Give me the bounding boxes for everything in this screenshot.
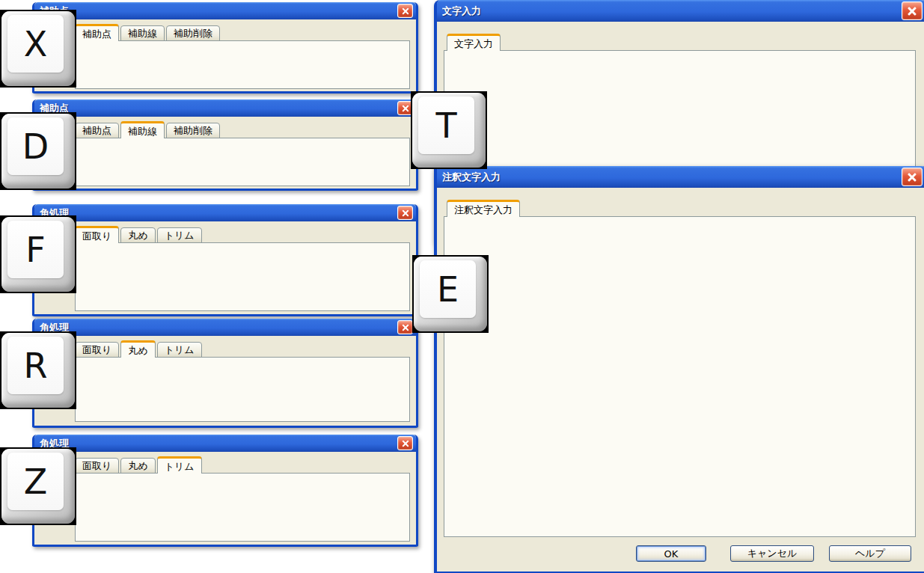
key-d: D <box>0 112 76 190</box>
key-letter: F <box>7 221 64 278</box>
dialog-corner-trim: 角処理 面取り 丸め トリム 結合 <box>32 435 418 547</box>
keycap: X <box>1 11 75 86</box>
tab-round[interactable]: 丸め <box>120 340 155 358</box>
tab-aux-line[interactable]: 補助線 <box>120 121 165 138</box>
titlebar[interactable]: 角処理 <box>34 204 416 221</box>
tab-text-input[interactable]: 文字入力 <box>447 34 501 51</box>
key-t: T <box>411 91 487 169</box>
window-title: 注釈文字入力 <box>442 171 902 184</box>
tab-trim[interactable]: トリム <box>157 342 202 358</box>
key-e: E <box>412 255 489 333</box>
button-label: キャンセル <box>747 547 798 560</box>
window-title: 角処理 <box>40 437 397 450</box>
tab-note-text-input[interactable]: 注釈文字入力 <box>447 200 520 217</box>
window-title: 補助点 <box>40 102 397 115</box>
keycap: F <box>1 217 75 292</box>
window-title: 補助点 <box>40 4 397 18</box>
tab-aux-line[interactable]: 補助線 <box>120 25 165 41</box>
close-button[interactable] <box>902 1 923 20</box>
titlebar[interactable]: 補助点 <box>34 99 416 117</box>
titlebar[interactable]: 注釈文字入力 <box>437 166 924 188</box>
close-button[interactable] <box>397 4 413 18</box>
tab-round[interactable]: 丸め <box>120 227 155 243</box>
key-letter: D <box>7 117 64 175</box>
titlebar[interactable]: 角処理 <box>34 319 416 336</box>
button-label: OK <box>664 548 679 560</box>
tab-page <box>75 242 410 311</box>
window-title: 文字入力 <box>442 4 902 18</box>
key-letter: R <box>7 337 64 394</box>
tab-aux-point[interactable]: 補助点 <box>75 123 119 138</box>
dialog-note-text-input: 注釈文字入力 注釈文字入力 入力 名称: 名称 規格1: 規格1 <box>434 166 924 573</box>
titlebar[interactable]: 補助点 <box>34 2 416 19</box>
ok-button[interactable]: OK <box>636 545 706 562</box>
titlebar[interactable]: 文字入力 <box>437 0 924 22</box>
dialog-corner-round: 角処理 面取り 丸め トリム トリミング 結合 丸め半径 150 <box>32 319 418 428</box>
key-f: F <box>0 215 76 293</box>
close-button[interactable] <box>397 320 413 334</box>
key-letter: E <box>420 260 476 318</box>
cancel-button[interactable]: キャンセル <box>730 545 814 562</box>
tab-page <box>75 357 410 422</box>
window-title: 角処理 <box>40 321 397 334</box>
close-button[interactable] <box>902 168 923 186</box>
tab-page <box>75 138 410 186</box>
tab-aux-delete[interactable]: 補助削除 <box>166 123 220 138</box>
keycap: E <box>414 257 487 331</box>
keycap: R <box>1 333 75 408</box>
tab-trim[interactable]: トリム <box>157 227 202 243</box>
tab-chamfer[interactable]: 面取り <box>75 226 119 243</box>
keycap: D <box>1 114 75 189</box>
key-letter: X <box>7 15 64 73</box>
dialog-aux-point: 補助点 補助点 補助線 補助削除 自由点 分割点 距離 分割数 2 距離① 10… <box>32 2 418 94</box>
key-z: Z <box>0 447 76 525</box>
screenshot-stage: 補助点 補助点 補助線 補助削除 自由点 分割点 距離 分割数 2 距離① 10… <box>0 0 924 573</box>
tab-trim[interactable]: トリム <box>157 456 202 474</box>
dialog-aux-line: 補助点 補助点 補助線 補助削除 自由 水平 垂直 角度 間隔 <box>32 99 418 191</box>
close-button[interactable] <box>397 206 413 220</box>
tab-aux-point[interactable]: 補助点 <box>75 24 119 41</box>
window-title: 角処理 <box>40 206 397 220</box>
tab-aux-delete[interactable]: 補助削除 <box>166 25 220 41</box>
tab-chamfer[interactable]: 面取り <box>75 458 119 474</box>
keycap: Z <box>1 449 75 524</box>
tab-round[interactable]: 丸め <box>120 458 155 474</box>
close-button[interactable] <box>397 436 413 450</box>
key-letter: T <box>418 96 474 154</box>
dialog-corner-chamfer: 角処理 面取り 丸め トリム 幅指定 長さ指定 トリミング 結合 幅1 150 <box>32 204 418 316</box>
tab-page <box>75 40 410 89</box>
key-letter: Z <box>7 453 64 510</box>
titlebar[interactable]: 角処理 <box>34 435 416 452</box>
key-r: R <box>0 331 76 409</box>
tab-page <box>444 216 916 537</box>
help-button[interactable]: ヘルプ <box>829 545 911 562</box>
key-x: X <box>0 10 76 88</box>
tab-page <box>75 473 410 542</box>
tab-chamfer[interactable]: 面取り <box>75 342 119 358</box>
button-label: ヘルプ <box>855 547 885 560</box>
keycap: T <box>412 93 486 168</box>
